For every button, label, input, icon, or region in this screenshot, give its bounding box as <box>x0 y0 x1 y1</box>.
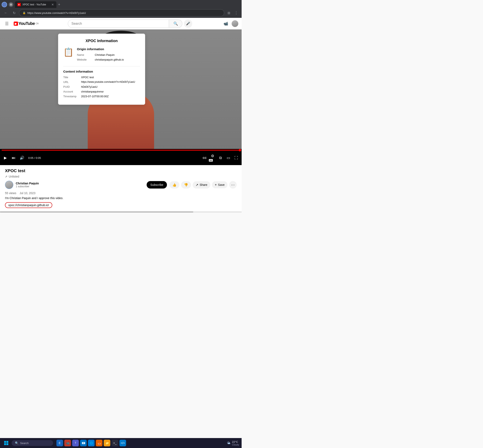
back-button[interactable]: ← <box>2 9 9 16</box>
unlisted-icon: ⇗ <box>5 175 8 178</box>
video-section: ▶ ⏭ 🔊 0:05 / 0:05 CC ⚙ HD ⧉ ▭ <box>0 29 242 165</box>
more-options-button[interactable]: ⋯ <box>229 181 237 189</box>
origin-website-label: Website <box>77 58 91 61</box>
theater-button[interactable]: ▭ <box>225 154 232 161</box>
youtube-logo[interactable]: ▶ YouTube CA <box>14 21 39 26</box>
yt-logo-text: YouTube <box>18 21 35 26</box>
content-title-label: Title <box>63 76 78 79</box>
save-icon: + <box>215 183 217 187</box>
channel-name[interactable]: Christian Paquin <box>16 182 144 185</box>
search-input[interactable] <box>71 22 166 25</box>
content-url-label: URL <box>63 80 78 84</box>
refresh-button[interactable]: ↻ <box>11 9 17 16</box>
yt-logo-icon: ▶ <box>14 22 18 26</box>
origin-section-title: Origin information <box>77 47 140 51</box>
content-section-title: Content information <box>63 70 140 73</box>
url-text: https://www.youtube.com/watch?v=hDd3t7y1… <box>27 11 221 15</box>
mic-button[interactable]: 🎤 <box>184 19 192 28</box>
channel-info: Christian Paquin 1 subscriber <box>16 182 144 188</box>
time-display: 0:05 / 0:05 <box>28 156 41 160</box>
like-button[interactable]: 👍 <box>169 181 179 189</box>
hd-badge: HD <box>209 159 213 161</box>
save-label: Save <box>218 183 225 186</box>
controls-row: ▶ ⏭ 🔊 0:05 / 0:05 CC ⚙ HD ⧉ ▭ <box>2 152 240 163</box>
header-right: 📹 <box>222 19 238 28</box>
miniplayer-button[interactable]: ⧉ <box>217 154 224 161</box>
origin-name-label: Name <box>77 53 91 56</box>
youtube-header: ☰ ▶ YouTube CA 🔍 🎤 📹 <box>0 18 242 29</box>
subscribe-button[interactable]: Subscribe <box>147 181 167 189</box>
search-bar[interactable] <box>68 19 169 28</box>
play-pause-button[interactable]: ▶ <box>2 154 9 161</box>
video-description: I'm Christian Paquin and I approve this … <box>5 196 237 200</box>
volume-button[interactable]: 🔊 <box>18 154 26 161</box>
content-account-label: Account <box>63 90 78 93</box>
channel-avatar[interactable] <box>5 181 13 189</box>
video-stats-row: 55 views Jul 10, 2023 <box>5 192 237 195</box>
dislike-button[interactable]: 👎 <box>181 181 191 189</box>
xpoc-popup: XPOC Information 📋 Origin information Na… <box>58 34 145 105</box>
subscriber-count: 1 subscriber <box>16 185 144 188</box>
unlisted-text: Unlisted <box>9 175 19 178</box>
channel-row: Christian Paquin 1 subscriber Subscribe … <box>5 181 237 189</box>
extensions-button[interactable]: ⊞ <box>226 10 232 16</box>
tab-favicon: ▶ <box>17 3 21 6</box>
scroll-area[interactable] <box>0 211 242 213</box>
video-actions: 👍 👎 ↗ Share + Save ⋯ <box>169 181 237 189</box>
publish-date: Jul 10, 2023 <box>19 192 35 195</box>
share-button[interactable]: ↗ Share <box>193 181 210 189</box>
controls-right: CC ⚙ HD ⧉ ▭ ⛶ <box>201 152 240 163</box>
browser-toolbar: ← ↻ 🔒 https://www.youtube.com/watch?v=hD… <box>0 8 242 18</box>
progress-thumb <box>239 149 241 152</box>
video-info-section: XPOC test ⇗ Unlisted Christian Paquin 1 … <box>0 165 242 211</box>
upload-button[interactable]: 📹 <box>222 19 230 28</box>
video-controls: ▶ ⏭ 🔊 0:05 / 0:05 CC ⚙ HD ⧉ ▭ <box>0 149 242 165</box>
lock-icon: 🔒 <box>23 11 26 14</box>
xpoc-link[interactable]: xpoc://christianpaquin.github.io! <box>5 202 52 208</box>
main-content: ▶ ⏭ 🔊 0:05 / 0:05 CC ⚙ HD ⧉ ▭ <box>0 29 242 213</box>
origin-website-value: christianpaquin.github.io <box>95 58 124 61</box>
search-button[interactable]: 🔍 <box>169 19 182 28</box>
browser-tab-active[interactable]: ▶ XPOC test - YouTube ✕ <box>15 1 56 8</box>
origin-name-value: Christian Paquin <box>95 53 114 56</box>
yt-logo-country: CA <box>36 22 39 25</box>
content-puid-value: hDd3t7y1asU <box>81 85 97 88</box>
address-bar[interactable]: 🔒 https://www.youtube.com/watch?v=hDd3t7… <box>19 9 224 16</box>
share-icon: ↗ <box>196 183 198 187</box>
popup-title: XPOC Information <box>63 39 140 43</box>
content-account-row: Account christianpaquinmsr <box>63 90 140 93</box>
notification-icon[interactable] <box>9 2 13 7</box>
content-timestamp-value: 2023-07-10T00:00:00Z <box>81 95 109 98</box>
clipboard-icon: 📋 <box>63 47 74 57</box>
settings-container: ⚙ HD <box>209 152 216 163</box>
popup-divider <box>63 66 140 66</box>
settings-button[interactable]: ⚙ <box>209 152 216 160</box>
cc-button[interactable]: CC <box>201 154 208 161</box>
content-url-value: https://www.youtube.com/watch?v=hDd3t7y1… <box>81 80 135 83</box>
save-button[interactable]: + Save <box>212 181 228 188</box>
thumbs-up-icon: 👍 <box>172 183 176 187</box>
progress-fill <box>2 150 240 151</box>
fullscreen-button[interactable]: ⛶ <box>232 154 240 161</box>
content-section: Content information Title XPOC test URL … <box>63 70 140 98</box>
next-button[interactable]: ⏭ <box>10 154 17 161</box>
view-count: 55 views <box>5 192 16 195</box>
content-title-row: Title XPOC test <box>63 76 140 79</box>
content-account-value: christianpaquinmsr <box>81 90 104 93</box>
browser-profile-icon[interactable] <box>2 2 7 7</box>
tab-title: XPOC test - YouTube <box>22 3 50 6</box>
tab-close-button[interactable]: ✕ <box>51 3 54 6</box>
user-avatar[interactable] <box>232 20 238 27</box>
share-label: Share <box>199 183 207 186</box>
popup-header-row: 📋 Origin information Name Christian Paqu… <box>63 47 140 63</box>
new-tab-button[interactable]: + <box>58 2 60 7</box>
browser-frame: ▶ XPOC test - YouTube ✕ + ← ↻ 🔒 https://… <box>0 0 242 18</box>
unlisted-badge: ⇗ Unlisted <box>5 175 237 178</box>
progress-bar[interactable] <box>2 150 240 151</box>
origin-website-row: Website christianpaquin.github.io <box>77 58 140 61</box>
content-timestamp-label: Timestamp <box>63 95 78 98</box>
browser-menu-button[interactable]: ⋮ <box>233 10 239 16</box>
content-timestamp-row: Timestamp 2023-07-10T00:00:00Z <box>63 95 140 98</box>
hamburger-menu-button[interactable]: ☰ <box>3 19 10 28</box>
content-url-row: URL https://www.youtube.com/watch?v=hDd3… <box>63 80 140 84</box>
